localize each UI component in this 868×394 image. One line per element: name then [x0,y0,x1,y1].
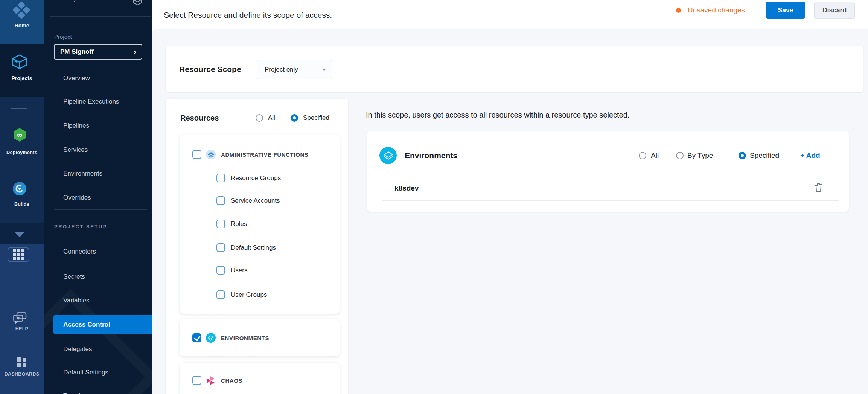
harness-access-control-page: Home Projects ∞ Deployments Builds [0,0,868,394]
rail-home-label: Home [0,23,44,29]
discard-button[interactable]: Discard [814,2,855,19]
sidebar-item-connectors[interactable]: Connectors [63,248,96,255]
project-label: Project [54,34,72,40]
sidebar-item-pipelines[interactable]: Pipelines [63,122,89,130]
resource-row-name: k8sdev [394,184,419,192]
label-resource-groups: Resource Groups [231,174,281,182]
label-user-groups: User Groups [231,291,267,299]
resource-scope-value: Project only [257,66,323,73]
rail-builds-label[interactable]: Builds [0,202,44,207]
checkbox-default-settings[interactable] [216,243,225,252]
scope-radio-all[interactable] [639,152,646,159]
save-button[interactable]: Save [766,2,805,19]
scope-radio-all-label[interactable]: All [651,151,659,160]
help-chat-icon[interactable]: ? [13,312,27,324]
sidebar-item-secrets[interactable]: Secrets [63,273,85,281]
rail-help-label[interactable]: HELP [0,326,44,331]
all-projects-cube-icon [132,0,142,5]
rail-item-projects[interactable] [0,44,44,97]
chaos-icon [206,376,216,386]
admin-functions-label: ADMINISTRATIVE FUNCTIONS [221,151,308,158]
dashboards-icon[interactable] [16,357,27,368]
project-selector[interactable]: PM Signoff › [54,44,142,60]
resources-title: Resources [180,114,219,122]
sidebar-item-default-settings[interactable]: Default Settings [63,369,108,376]
scope-radio-by-type-label[interactable]: By Type [687,151,713,160]
checkbox-user-groups[interactable] [216,290,225,299]
admin-functions-icon [206,150,216,159]
sidebar-item-services[interactable]: Services [63,146,88,154]
environments-checkbox[interactable] [192,333,201,342]
scope-radio-specified-label[interactable]: Specified [750,151,779,160]
admin-functions-checkbox[interactable] [192,150,201,159]
rail-deployments-label[interactable]: Deployments [0,150,44,155]
rail-divider [11,108,27,109]
resources-radio-all[interactable] [256,114,263,122]
scope-radio-by-type[interactable] [676,152,684,159]
resources-radio-specified[interactable] [291,114,298,122]
scope-info-text: In this scope, users get access to all r… [366,111,629,119]
chevron-down-icon[interactable] [15,232,24,237]
resource-scope-label: Resource Scope [179,65,241,74]
svg-text:?: ? [17,316,20,321]
project-setup-heading: PROJECT SETUP [54,224,107,229]
sidebar-divider-setup [54,209,147,210]
sidebar-item-overview[interactable]: Overview [63,75,90,82]
checkbox-users[interactable] [216,266,225,275]
svg-text:∞: ∞ [17,131,22,139]
home-icon [13,2,30,19]
label-roles: Roles [231,220,247,228]
unsaved-changes-label: Unsaved changes [688,6,745,14]
sidebar-item-environments[interactable]: Environments [63,170,102,177]
chaos-group-card [180,363,340,394]
environments-card-icon [379,147,397,164]
admin-functions-card [180,134,340,314]
sidebar-divider-top [50,16,151,17]
resources-radio-all-label[interactable]: All [268,114,275,122]
unsaved-dot-icon [676,8,681,13]
chaos-group-label: CHAOS [221,377,242,384]
sidebar-item-access-control[interactable]: Access Control [63,321,110,328]
sidebar-item-pipeline-executions[interactable]: Pipeline Executions [63,98,119,105]
chaos-checkbox[interactable] [192,376,201,385]
deployments-icon[interactable]: ∞ [12,127,27,142]
checkbox-resource-groups[interactable] [216,174,225,182]
chevron-down-icon: ▾ [323,66,332,73]
sidebar-item-delegates[interactable]: Delegates [63,345,92,353]
checkbox-roles[interactable] [216,220,225,228]
sidebar-item-overrides[interactable]: Overrides [63,194,91,202]
environments-scope-card [367,131,849,212]
checkbox-service-accounts[interactable] [216,196,225,205]
grid-icon [13,249,24,260]
resources-radio-specified-label[interactable]: Specified [303,114,329,122]
environments-group-label: ENVIRONMENTS [221,335,269,341]
environments-card-title: Environments [405,151,457,160]
project-name: PM Signoff [55,48,134,56]
page-title: Select Resource and define its scope of … [164,11,332,20]
row-separator [382,200,839,201]
label-service-accounts: Service Accounts [231,197,280,205]
delete-trash-icon[interactable] [814,182,823,192]
project-sidebar: All Projects Project PM Signoff › Overvi… [44,0,152,394]
sidebar-item-variables[interactable]: Variables [63,297,90,304]
module-grid-button[interactable] [8,247,29,262]
projects-cube-icon [11,54,28,70]
sidebar-item-templates[interactable]: Templates [63,392,92,394]
builds-icon[interactable] [12,182,27,196]
sidebar-watermark [44,289,152,394]
chevron-right-icon: › [134,47,142,56]
resource-scope-dropdown[interactable]: Project only ▾ [257,60,332,79]
environments-icon [206,333,216,343]
rail-projects-label: Projects [0,75,44,81]
rail-dashboards-label[interactable]: DASHBOARDS [0,371,44,377]
label-default-settings: Default Settings [231,244,276,252]
add-resource-button[interactable]: + Add [800,151,820,160]
scope-radio-specified[interactable] [739,152,746,159]
sidebar-item-all-projects[interactable]: All Projects [56,0,87,2]
label-users: Users [231,267,247,274]
